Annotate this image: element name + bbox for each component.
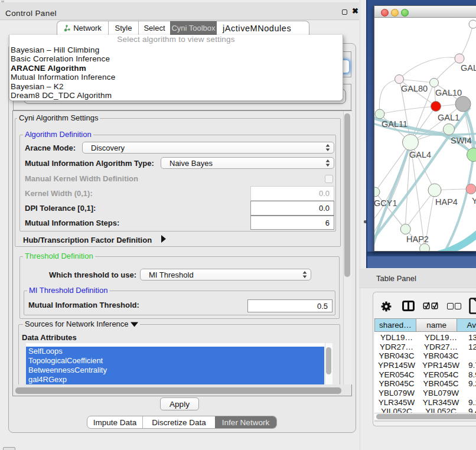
svg-text:GAL4: GAL4 (409, 150, 431, 159)
svg-text:Y: Y (472, 196, 476, 206)
svg-text:HAP2: HAP2 (406, 234, 429, 244)
svg-text:SWI4: SWI4 (451, 136, 471, 145)
svg-text:GAL11: GAL11 (382, 119, 407, 129)
svg-text:GCY1: GCY1 (374, 198, 397, 208)
svg-text:GAL10: GAL10 (435, 88, 462, 97)
svg-text:GAL2: GAL2 (461, 63, 476, 73)
svg-text:GAL80: GAL80 (401, 84, 428, 93)
svg-text:HAP4: HAP4 (435, 197, 458, 207)
svg-text:GAL1: GAL1 (438, 113, 459, 122)
